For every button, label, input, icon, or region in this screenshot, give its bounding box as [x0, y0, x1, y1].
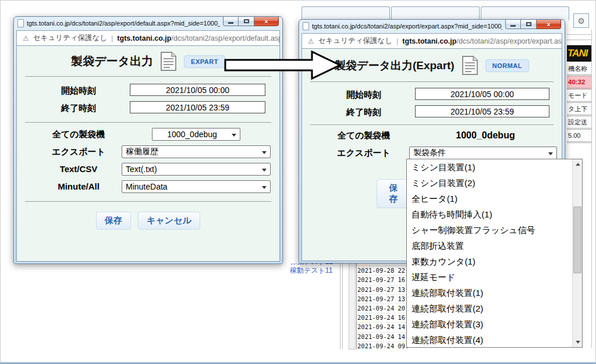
- export-label: エクスポート: [26, 147, 131, 158]
- gear-icon: ⚙: [577, 17, 585, 25]
- timestamp-row: 2021-09-28 22:5: [357, 266, 407, 276]
- timestamp-row: 2021-09-27 13:5: [357, 286, 407, 295]
- chevron-down-icon: [262, 151, 267, 154]
- timestamp-list: 2021-09-29 10:22021-09-28 22:52021-09-27…: [356, 260, 407, 349]
- titlebar[interactable]: tgts.totani.co.jp/dcs/totani2/asp/export…: [301, 20, 562, 33]
- export-option[interactable]: ミシン目装置(2): [407, 175, 572, 191]
- document-icon: [462, 56, 478, 75]
- machine-select[interactable]: 1000_0debug: [152, 128, 240, 141]
- page-title: 製袋データ出力(Expart): [335, 58, 455, 73]
- chevron-down-icon: [232, 134, 236, 137]
- security-warning-icon: ⚠: [23, 34, 29, 42]
- security-warning-icon: ⚠: [308, 37, 314, 45]
- cancel-button[interactable]: キャンセル: [138, 212, 200, 230]
- start-time-input[interactable]: [415, 88, 549, 100]
- scrollbar-thumb[interactable]: [573, 206, 581, 273]
- page-favicon: [303, 22, 309, 30]
- chevron-down-icon: [262, 186, 267, 189]
- background-tab[interactable]: [391, 6, 480, 20]
- section-divider: [310, 81, 554, 82]
- side-panel-cell: 40:32: [567, 76, 591, 90]
- background-link[interactable]: 稼動テスト11: [290, 266, 343, 275]
- section-divider: [25, 122, 271, 123]
- window-title: tgts.totani.co.jp/dcs/totani2/asp/export…: [27, 20, 220, 27]
- end-time-input[interactable]: [130, 101, 265, 113]
- mode-badge-button[interactable]: EXPART: [184, 55, 225, 68]
- timestamp-row: 2021-09-24 14:2: [357, 333, 407, 342]
- save-button[interactable]: 保存: [96, 212, 131, 230]
- background-link-list: 稼動テスト12稼動テスト11: [290, 263, 343, 286]
- background-divider: [340, 261, 343, 349]
- export-select[interactable]: 稼働履歴: [122, 145, 271, 158]
- format-select[interactable]: Text(.txt): [122, 163, 271, 176]
- format-label: Text/CSV: [26, 164, 131, 174]
- address-bar[interactable]: ⚠ セキュリティ保護なし | tgts.totani.co.jp/dcs/tot…: [16, 30, 280, 46]
- start-time-input[interactable]: [130, 84, 265, 96]
- export-option[interactable]: 連続部取付装置(4): [407, 332, 572, 348]
- dropdown-scrollbar[interactable]: [572, 159, 582, 347]
- start-time-label: 開始時刻: [311, 90, 416, 101]
- minute-label: Minute/All: [26, 181, 131, 191]
- export-option[interactable]: 連続部取付装置(1): [407, 285, 572, 301]
- divider: |: [111, 34, 113, 42]
- close-button[interactable]: ×: [537, 20, 561, 29]
- close-button[interactable]: ×: [254, 17, 279, 26]
- export-select-value: 製袋条件: [413, 148, 446, 158]
- page-favicon: [17, 19, 24, 27]
- maximize-button[interactable]: [239, 17, 254, 26]
- minimize-button[interactable]: [223, 17, 239, 26]
- timestamp-row: 2021-09-24 09:2: [357, 342, 407, 349]
- save-button[interactable]: 保存: [377, 179, 410, 208]
- side-panel-cell: タ上下: [567, 103, 591, 116]
- background-scrollbar[interactable]: [349, 261, 356, 349]
- export-select-open[interactable]: 製袋条件: [409, 147, 557, 159]
- section-divider: [310, 124, 554, 125]
- background-tab[interactable]: [481, 6, 569, 20]
- scroll-up-icon[interactable]: [573, 159, 583, 169]
- minimize-button[interactable]: [505, 20, 521, 29]
- url-path: /dcs/totani2/asp/export/expart.aspx?...: [456, 37, 562, 45]
- chevron-down-icon: [262, 169, 267, 172]
- end-time-input[interactable]: [415, 105, 549, 117]
- export-option[interactable]: 遅延モード: [407, 269, 572, 285]
- background-tab[interactable]: [301, 6, 390, 20]
- url-host: tgts.totani.co.jp: [117, 34, 171, 42]
- export-option[interactable]: 連続部取付装置(2): [407, 301, 572, 316]
- scroll-down-icon[interactable]: [573, 337, 583, 347]
- minute-select-value: MinuteData: [126, 182, 168, 191]
- export-select-value: 稼働履歴: [126, 147, 158, 157]
- export-option[interactable]: 自動待ち時間挿入(1): [407, 206, 572, 222]
- address-bar[interactable]: ⚠ セキュリティ保護なし | tgts.totani.co.jp/dcs/tot…: [301, 33, 562, 49]
- divider: [567, 40, 591, 45]
- side-panel-cell: 5.00: [567, 130, 591, 143]
- url-host: tgts.totani.co.jp: [402, 37, 456, 45]
- divider: |: [396, 37, 398, 45]
- export-dropdown: ミシン目装置(1)ミシン目装置(2)全ヒータ(1)自動待ち時間挿入(1)シャー制…: [406, 159, 583, 348]
- titlebar[interactable]: tgts.totani.co.jp/dcs/totani2/asp/export…: [16, 17, 280, 30]
- mode-badge-button[interactable]: NORMAL: [485, 59, 529, 72]
- url-path: /dcs/totani2/asp/export/default.aspx?...: [171, 34, 280, 42]
- security-label: セキュリティ保護なし: [318, 36, 392, 46]
- minute-select[interactable]: MinuteData: [122, 180, 271, 193]
- export-option[interactable]: 全ヒータ(1): [407, 191, 572, 206]
- timestamp-row: 2021-09-24 14:2: [357, 323, 407, 332]
- timestamp-row: 2021-09-24 16:3: [357, 313, 407, 323]
- settings-gear-button[interactable]: ⚙: [573, 13, 589, 28]
- export-option[interactable]: ミシン目装置(1): [407, 159, 572, 175]
- machine-label: 全ての製袋機: [311, 130, 416, 141]
- side-panel-cell: 設定送: [567, 116, 591, 130]
- timestamp-row: 2021-09-27 16:4: [357, 276, 407, 285]
- chevron-down-icon: [548, 152, 553, 155]
- export-option[interactable]: 連続部取付装置(3): [407, 316, 572, 332]
- export-option[interactable]: 束数カウンタ(1): [407, 254, 572, 269]
- side-panel-cell: モード: [567, 90, 591, 103]
- maximize-button[interactable]: [521, 20, 537, 29]
- export-option[interactable]: 底部折込装置: [407, 238, 572, 254]
- security-label: セキュリティ保護なし: [33, 33, 107, 43]
- end-time-label: 終了時刻: [26, 103, 131, 114]
- document-icon: [161, 52, 176, 71]
- side-panel-rows: 機名称40:32モードタ上下設定送5.00: [567, 63, 591, 143]
- export-option[interactable]: シャー制御装置フラッシュ信号: [407, 222, 572, 238]
- divider: [567, 30, 591, 35]
- section-divider: [25, 201, 271, 202]
